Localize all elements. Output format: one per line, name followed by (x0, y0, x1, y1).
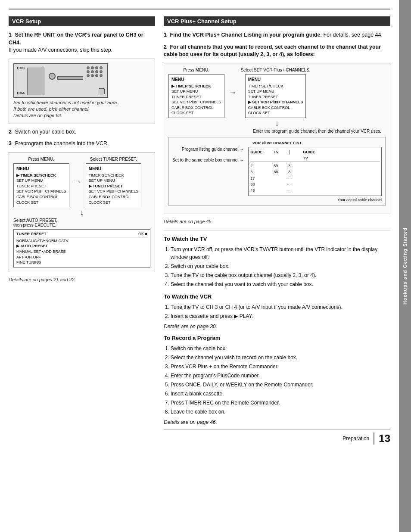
lock-icon (99, 88, 105, 94)
menu-flow-left: Press MENU. MENU ▶ TIMER SET/CHECK SET U… (13, 157, 69, 208)
channel-list-area: GUIDE TV │ GUIDE TV 2 59 3 (248, 147, 382, 202)
side-tab: Hookups and Getting Started (399, 0, 411, 532)
menu-item-2-6: CLOCK SET (89, 200, 139, 205)
ch-row-2: 5 88 3 (250, 169, 380, 175)
menu-item-1-1: ▶ TIMER SET/CHECK (16, 173, 66, 178)
watch-vcr-step-2: Insert a cassette and press ▶ PLAY. (171, 312, 390, 320)
dot-12 (100, 74, 103, 77)
divider-1 (164, 230, 390, 230)
right-menu-item-1-1: ▶ TIMER SET/CHECK (171, 84, 221, 89)
main-content: VCR Setup 1 Set the RF UNIT on the VCR's… (0, 0, 399, 532)
ch-header: GUIDE TV │ GUIDE TV (250, 149, 380, 162)
menu-flow-right: Select TUNER PRESET. MENU TIMER SET/CHEC… (86, 157, 142, 208)
diagram-2-box: Press MENU. MENU ▶ TIMER SET/CHECK SET U… (164, 63, 390, 214)
dot-8 (100, 70, 103, 73)
two-column-layout: VCR Setup 1 Set the RF UNIT on the VCR's… (9, 16, 390, 523)
preset-item-3: MANUAL SET •ADD ERASE (16, 249, 147, 255)
record-step-8: Leave the cable box on. (171, 408, 390, 416)
step-1-note: If you made A/V connections, skip this s… (9, 47, 112, 53)
watch-tv-step-1: Turn your VCR off, or press the VCR's TV… (171, 246, 390, 261)
ch-header-2: TV (274, 149, 286, 162)
vcr-caption-3: Details are on page 62. (13, 112, 150, 119)
menu-item-2-2: SET UP MENU (89, 178, 139, 184)
right-menu-item-2-3: TUNER PRESET (248, 94, 303, 100)
channel-table-box: VCR Plus+ CHANNEL LIST Program listing g… (168, 137, 386, 206)
program-label: Program listing guide channel → (172, 147, 244, 152)
ch-header-4: GUIDE TV (303, 149, 316, 162)
right-menu-item-2-6: CLOCK SET (248, 110, 303, 116)
select-auto-label: Select AUTO PRESET, then press EXECUTE. (13, 218, 150, 227)
diagram2-details: Details are on page 45. (164, 218, 390, 225)
right-menu-item-2-4: ▶ SET VCR Plus+ CHANNELS (248, 100, 303, 105)
menu-title-2: MENU (89, 165, 139, 172)
preset-item-4: AFT •ON OFF (16, 255, 147, 260)
left-column: VCR Setup 1 Set the RF UNIT on the VCR's… (9, 16, 155, 523)
channel-labels: Program listing guide channel → Set to t… (172, 147, 244, 162)
vcr-caption-2: If both are used, pick either channel. (13, 106, 150, 112)
preset-item-2: ▶ AUTO PRESET (16, 243, 147, 249)
vcr-illustration-box: CH3 CH4 (9, 59, 155, 124)
right-menu-item-1-5: CABLE BOX CONTROL (171, 105, 221, 111)
preset-header: TUNER PRESET OK ■ (16, 231, 147, 237)
step-2-number: 2 (9, 129, 12, 135)
channel-list: GUIDE TV │ GUIDE TV 2 59 3 (248, 147, 382, 196)
step-1: 1 Set the RF UNIT on the VCR's rear pane… (9, 31, 155, 54)
side-tab-text: Hookups and Getting Started (402, 227, 408, 305)
dot-10 (91, 74, 94, 77)
step-2-text: Switch on your cable box. (15, 129, 76, 135)
right-menu-item-1-3: TUNER PRESET (171, 94, 221, 100)
menu-item-1-6: CLOCK SET (16, 200, 66, 205)
preset-item-5: FINE TUNING (16, 260, 147, 265)
watch-vcr-list: Tune the TV to CH 3 or CH 4 (or to A/V i… (171, 303, 390, 320)
right-menu-item-2-2: SET UP MENU (248, 89, 303, 94)
arrow-right-2: → (229, 88, 237, 97)
enter-desc: Enter the program guide channel, then th… (168, 129, 386, 134)
step-3: 3 Preprogram the channels into the VCR. (9, 140, 155, 148)
step-2: 2 Switch on your cable box. (9, 128, 155, 136)
preset-badge: OK ■ (138, 231, 147, 237)
arrow-down-1: ↓ (13, 208, 150, 217)
menu-screen-2: MENU TIMER SET/CHECK SET UP MENU ▶ TUNER… (86, 163, 142, 208)
right-menu-item-2-1: TIMER SET/CHECK (248, 84, 303, 89)
watch-tv-header: To Watch the TV (164, 236, 390, 242)
right-menu-right: Select SET VCR Plus+ CHANNELS. MENU TIME… (241, 68, 311, 118)
watch-tv-step-4: Select the channel that you want to watc… (171, 280, 390, 288)
record-step-3: Press VCR Plus + on the Remote Commander… (171, 363, 390, 370)
right-step-2: 2 For all channels that you want to reco… (164, 44, 390, 59)
arrow-right-1: → (74, 177, 81, 187)
watch-vcr-header: To Watch the VCR (164, 293, 390, 300)
step-1-text: Set the RF UNIT on the VCR's rear panel … (9, 32, 143, 46)
right-column: VCR Plus+ Channel Setup 1 Find the VCR P… (164, 16, 390, 523)
ch-header-1: GUIDE (250, 149, 272, 162)
record-header: To Record a Program (164, 335, 390, 341)
record-step-6: Insert a blank cassette. (171, 390, 390, 398)
press-menu-label: Press MENU. (28, 157, 55, 162)
record-step-7: Press TIMER REC on the Remote Commander. (171, 399, 390, 407)
record-step-1: Switch on the cable box. (171, 345, 390, 352)
channel-inner: Program listing guide channel → Set to t… (172, 147, 382, 202)
dot-3 (95, 66, 98, 69)
right-step-1: 1 Find the VCR Plus+ Channel Listing in … (164, 31, 390, 39)
dot-2 (91, 66, 94, 69)
menu-item-2-4: SET VCR Plus+ CHANNELS (89, 189, 139, 194)
right-step-1-text: For details, see page 44. (323, 32, 383, 38)
step-3-text: Preprogram the channels into the VCR. (15, 140, 109, 146)
vcr-setup-header: VCR Setup (9, 16, 155, 26)
watch-vcr-details: Details are on page 30. (164, 324, 390, 330)
menu-item-2-5: CABLE BOX CONTROL (89, 194, 139, 200)
cable-label: Set to the same cable box channel → (172, 158, 244, 162)
preset-screen: TUNER PRESET OK ■ NORMAL/CATV•NORM CATV … (13, 229, 150, 268)
vcr-dots-grid (87, 66, 103, 77)
menu-item-2-3: ▶ TUNER PRESET (89, 184, 139, 189)
dot-4 (100, 66, 103, 69)
right-menu-left: Press MENU. MENU ▶ TIMER SET/CHECK SET U… (168, 68, 224, 118)
right-menu-title-1: MENU (171, 76, 221, 83)
arrow-down-2: ↓ (168, 119, 386, 128)
step-1-number: 1 (9, 32, 12, 38)
right-press-menu: Press MENU. (184, 68, 210, 72)
menu-flow-1: Press MENU. MENU ▶ TIMER SET/CHECK SET U… (13, 157, 150, 208)
menu-title-1: MENU (16, 165, 66, 172)
vcr-power-indicator (49, 73, 56, 80)
step-3-number: 3 (9, 140, 12, 146)
vcr-plus-header: VCR Plus+ Channel Setup (164, 16, 390, 26)
